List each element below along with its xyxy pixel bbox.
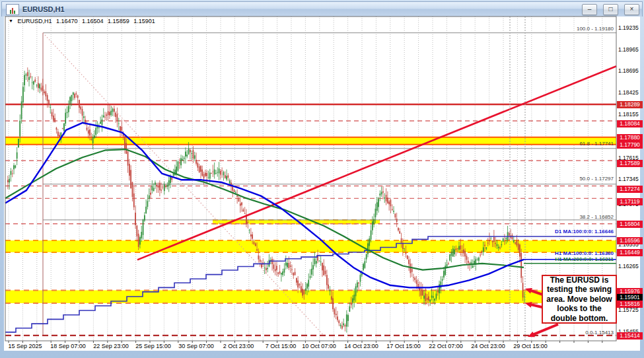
time-axis-label: 22 Oct 07:00 — [429, 343, 463, 349]
price-axis-label: 1.17345 — [618, 176, 639, 182]
fib-level-label: 0.0-1.15413 — [585, 330, 614, 336]
price-axis-label: 1.15725 — [618, 306, 639, 313]
time-axis-label: 29 Oct 15:00 — [513, 343, 548, 349]
time-axis-label: 25 Sep 15:00 — [135, 343, 171, 349]
price-axis-label: 1.18425 — [618, 89, 639, 96]
price-level-tag: 1.16596 — [617, 237, 643, 244]
annotation-text: The EURUSD is testing the swing area. Mo… — [544, 275, 615, 324]
fib-level-label: 38.2 - 1.16852 — [579, 214, 614, 220]
ohlc-symbol: EURUSD,H1 — [17, 18, 52, 24]
ma-indicator-label: H1 MA:200:0:0: 1.16311 — [555, 256, 614, 262]
price-axis-label: 1.18695 — [618, 67, 639, 74]
price-axis-label: 1.16265 — [618, 263, 639, 269]
ohlc-low: 1.15859 — [108, 18, 129, 24]
price-axis-label: 1.19235 — [618, 24, 639, 31]
time-axis-label: 2 Oct 23:00 — [223, 343, 254, 349]
price-level-tag: 1.17589 — [617, 160, 643, 167]
price-level-tag: 1.17790 — [617, 141, 643, 149]
price-level-tag: 1.15816 — [617, 301, 643, 308]
ohlc-open: 1.16470 — [56, 18, 78, 24]
time-axis-label: 7 Oct 15:00 — [266, 343, 297, 349]
fib-level-label: 50.0 - 1.17297 — [579, 176, 614, 182]
price-level-tag: 1.17880 — [617, 134, 643, 141]
price-level-tag: 1.17119 — [617, 198, 643, 205]
price-level-tag: 1.17274 — [617, 186, 643, 193]
price-level-tag: 1.18084 — [617, 120, 643, 127]
time-axis-label: 18 Sep 07:00 — [50, 343, 86, 349]
price-level-tag: 1.16449 — [617, 249, 643, 256]
price-level-tag: 1.16804 — [617, 221, 643, 228]
application-window: { "window": { "title": "EURUSD,H1", "con… — [0, 0, 644, 358]
symbol-dropdown-arrow-icon[interactable]: ▼ — [9, 18, 13, 23]
price-level-tag: 1.18289 — [617, 101, 643, 108]
ohlc-high: 1.16504 — [82, 18, 104, 24]
time-axis-label: 17 Oct 15:00 — [386, 343, 421, 349]
fib-level-label: 100.0 - 1.19180 — [577, 26, 614, 32]
time-axis-label: 15 Sep 2025 — [8, 343, 42, 349]
annotation-box[interactable]: The EURUSD is testing the swing area. Mo… — [542, 275, 617, 324]
time-axis-label: 22 Sep 23:00 — [93, 343, 129, 349]
time-axis-label: 14 Oct 23:00 — [344, 343, 378, 349]
time-axis-label: 24 Oct 23:00 — [471, 343, 505, 349]
fib-level-label: 61.8 - 1.17741 — [579, 141, 614, 147]
ma-indicator-label: H1 MA:100:0:0: 1.16360 — [555, 250, 614, 256]
time-axis-label: 30 Sep 07:00 — [178, 343, 214, 349]
chart-ohlc-header[interactable]: ▼ EURUSD,H1 1.16470 1.16504 1.15859 1.15… — [9, 18, 158, 24]
ohlc-close: 1.15901 — [133, 18, 155, 24]
price-axis-label: 1.18965 — [618, 46, 639, 53]
time-axis-label: 10 Oct 07:00 — [302, 343, 336, 349]
window-frame-bottom — [0, 351, 644, 358]
price-axis-label: 1.18155 — [618, 111, 639, 118]
ma-indicator-label: D1 MA:100:0:0: 1.16646 — [555, 229, 614, 234]
price-level-tag: 1.15414 — [617, 332, 643, 340]
